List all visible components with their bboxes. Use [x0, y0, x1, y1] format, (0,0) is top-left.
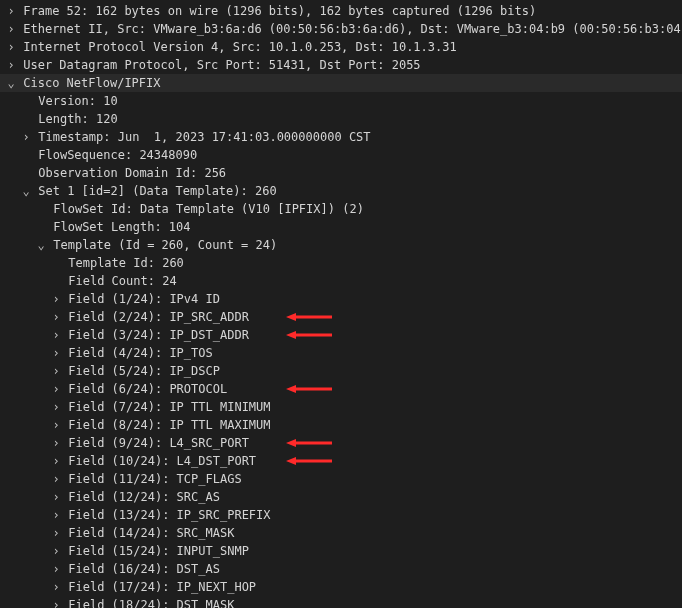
tree-row[interactable]: › User Datagram Protocol, Src Port: 5143… [0, 56, 682, 74]
svg-marker-7 [286, 439, 296, 447]
tree-row[interactable]: › Field (17/24): IP_NEXT_HOP [0, 578, 682, 596]
twisty-expanded-icon[interactable]: ⌄ [21, 182, 31, 200]
tree-row[interactable]: ⌄ Set 1 [id=2] (Data Template): 260 [0, 182, 682, 200]
tree-row-label: Template Id: 260 [68, 254, 184, 272]
tree-row[interactable]: › Field (10/24): L4_DST_PORT [0, 452, 682, 470]
twisty-collapsed-icon[interactable]: › [51, 506, 61, 524]
tree-row-label: Version: 10 [38, 92, 117, 110]
tree-row-label: Template (Id = 260, Count = 24) [53, 236, 277, 254]
tree-row-label: Cisco NetFlow/IPFIX [23, 74, 160, 92]
tree-row-label: Field (3/24): IP_DST_ADDR [68, 326, 249, 344]
tree-row[interactable]: › Field (4/24): IP_TOS [0, 344, 682, 362]
tree-row[interactable]: ⌄ Cisco NetFlow/IPFIX [0, 74, 682, 92]
tree-row[interactable]: › Frame 52: 162 bytes on wire (1296 bits… [0, 2, 682, 20]
tree-row[interactable]: › Field (2/24): IP_SRC_ADDR [0, 308, 682, 326]
twisty-collapsed-icon[interactable]: › [51, 488, 61, 506]
tree-row[interactable]: Field Count: 24 [0, 272, 682, 290]
tree-row-label: Observation Domain Id: 256 [38, 164, 226, 182]
twisty-none [21, 164, 31, 182]
twisty-collapsed-icon[interactable]: › [51, 398, 61, 416]
tree-row[interactable]: › Field (7/24): IP TTL MINIMUM [0, 398, 682, 416]
twisty-none [51, 254, 61, 272]
twisty-collapsed-icon[interactable]: › [6, 56, 16, 74]
annotation-arrow-icon [286, 313, 332, 321]
twisty-collapsed-icon[interactable]: › [51, 308, 61, 326]
twisty-collapsed-icon[interactable]: › [51, 434, 61, 452]
tree-row[interactable]: › Field (1/24): IPv4 ID [0, 290, 682, 308]
tree-row[interactable]: ⌄ Template (Id = 260, Count = 24) [0, 236, 682, 254]
tree-row[interactable]: › Field (6/24): PROTOCOL [0, 380, 682, 398]
svg-marker-9 [286, 457, 296, 465]
tree-row[interactable]: › Field (3/24): IP_DST_ADDR [0, 326, 682, 344]
tree-row[interactable]: › Field (16/24): DST_AS [0, 560, 682, 578]
twisty-collapsed-icon[interactable]: › [6, 38, 16, 56]
twisty-collapsed-icon[interactable]: › [6, 20, 16, 38]
twisty-collapsed-icon[interactable]: › [51, 344, 61, 362]
tree-row-label: FlowSequence: 24348090 [38, 146, 197, 164]
packet-details-tree[interactable]: › Frame 52: 162 bytes on wire (1296 bits… [0, 0, 682, 608]
tree-row[interactable]: › Field (15/24): INPUT_SNMP [0, 542, 682, 560]
tree-row[interactable]: › Field (12/24): SRC_AS [0, 488, 682, 506]
tree-row-label: Field (7/24): IP TTL MINIMUM [68, 398, 270, 416]
twisty-collapsed-icon[interactable]: › [6, 2, 16, 20]
tree-row-label: Internet Protocol Version 4, Src: 10.1.0… [23, 38, 456, 56]
annotation-arrow-icon [286, 457, 332, 465]
tree-row-label: Field (15/24): INPUT_SNMP [68, 542, 249, 560]
tree-row[interactable]: Template Id: 260 [0, 254, 682, 272]
twisty-collapsed-icon[interactable]: › [51, 452, 61, 470]
twisty-collapsed-icon[interactable]: › [51, 290, 61, 308]
tree-row-label: Field (16/24): DST_AS [68, 560, 220, 578]
annotation-arrow-icon [286, 385, 332, 393]
tree-row-label: Frame 52: 162 bytes on wire (1296 bits),… [23, 2, 536, 20]
annotation-arrow-icon [286, 439, 332, 447]
tree-row[interactable]: › Field (14/24): SRC_MASK [0, 524, 682, 542]
tree-row-label: Field (13/24): IP_SRC_PREFIX [68, 506, 270, 524]
twisty-collapsed-icon[interactable]: › [51, 380, 61, 398]
twisty-none [36, 218, 46, 236]
twisty-collapsed-icon[interactable]: › [51, 560, 61, 578]
twisty-expanded-icon[interactable]: ⌄ [6, 74, 16, 92]
twisty-none [21, 146, 31, 164]
twisty-collapsed-icon[interactable]: › [51, 596, 61, 608]
tree-row[interactable]: FlowSequence: 24348090 [0, 146, 682, 164]
tree-row[interactable]: Version: 10 [0, 92, 682, 110]
twisty-collapsed-icon[interactable]: › [51, 578, 61, 596]
twisty-none [21, 92, 31, 110]
tree-row[interactable]: Observation Domain Id: 256 [0, 164, 682, 182]
svg-marker-3 [286, 331, 296, 339]
tree-row[interactable]: › Field (9/24): L4_SRC_PORT [0, 434, 682, 452]
twisty-collapsed-icon[interactable]: › [51, 542, 61, 560]
tree-row-label: Field (11/24): TCP_FLAGS [68, 470, 241, 488]
tree-row[interactable]: › Timestamp: Jun 1, 2023 17:41:03.000000… [0, 128, 682, 146]
tree-row-label: Field (14/24): SRC_MASK [68, 524, 234, 542]
twisty-collapsed-icon[interactable]: › [21, 128, 31, 146]
tree-row[interactable]: › Field (5/24): IP_DSCP [0, 362, 682, 380]
twisty-collapsed-icon[interactable]: › [51, 470, 61, 488]
tree-row[interactable]: › Field (18/24): DST_MASK [0, 596, 682, 608]
tree-row-label: Field (9/24): L4_SRC_PORT [68, 434, 249, 452]
twisty-collapsed-icon[interactable]: › [51, 416, 61, 434]
twisty-none [36, 200, 46, 218]
tree-row[interactable]: › Ethernet II, Src: VMware_b3:6a:d6 (00:… [0, 20, 682, 38]
tree-row-label: Field (2/24): IP_SRC_ADDR [68, 308, 249, 326]
twisty-collapsed-icon[interactable]: › [51, 326, 61, 344]
tree-row-label: Field (10/24): L4_DST_PORT [68, 452, 256, 470]
tree-row-label: Field (1/24): IPv4 ID [68, 290, 220, 308]
tree-row[interactable]: › Field (11/24): TCP_FLAGS [0, 470, 682, 488]
tree-row-label: Field (4/24): IP_TOS [68, 344, 213, 362]
twisty-collapsed-icon[interactable]: › [51, 524, 61, 542]
tree-row[interactable]: FlowSet Length: 104 [0, 218, 682, 236]
twisty-expanded-icon[interactable]: ⌄ [36, 236, 46, 254]
twisty-collapsed-icon[interactable]: › [51, 362, 61, 380]
tree-row[interactable]: Length: 120 [0, 110, 682, 128]
tree-row[interactable]: › Field (8/24): IP TTL MAXIMUM [0, 416, 682, 434]
tree-row[interactable]: › Field (13/24): IP_SRC_PREFIX [0, 506, 682, 524]
tree-row[interactable]: › Internet Protocol Version 4, Src: 10.1… [0, 38, 682, 56]
tree-row-label: Field (5/24): IP_DSCP [68, 362, 220, 380]
tree-row[interactable]: FlowSet Id: Data Template (V10 [IPFIX]) … [0, 200, 682, 218]
annotation-arrow-icon [286, 331, 332, 339]
svg-marker-5 [286, 385, 296, 393]
tree-row-label: Field (8/24): IP TTL MAXIMUM [68, 416, 270, 434]
twisty-none [21, 110, 31, 128]
svg-marker-1 [286, 313, 296, 321]
